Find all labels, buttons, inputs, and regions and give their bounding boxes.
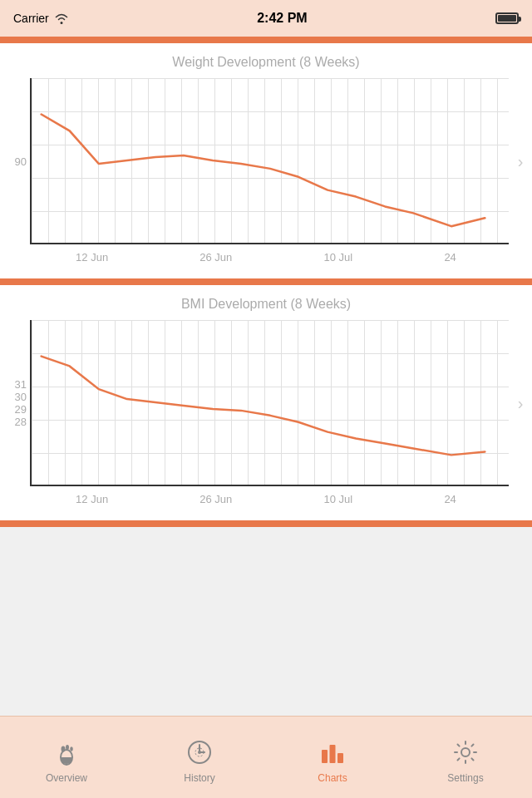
bmi-chart-chevron[interactable]: ›: [509, 394, 532, 413]
bmi-chart-svg: [32, 320, 509, 485]
status-left: Carrier: [13, 12, 69, 25]
svg-point-12: [461, 748, 470, 756]
weight-chart-svg: [32, 78, 509, 243]
svg-rect-10: [330, 745, 336, 763]
weight-date-3: 10 Jul: [324, 251, 353, 264]
weight-y-axis: 90: [0, 155, 30, 168]
charts-icon: [318, 737, 347, 767]
bottom-divider: [0, 520, 532, 527]
weight-chart-area[interactable]: [30, 78, 509, 244]
bmi-chart-title: BMI Development (8 Weeks): [0, 297, 532, 312]
weight-chart-title: Weight Development (8 Weeks): [0, 55, 532, 70]
overview-icon: [52, 737, 81, 767]
bmi-chart-wrapper: 31 30 29 28 ›: [0, 320, 532, 486]
status-bar: Carrier 2:42 PM: [0, 0, 532, 37]
middle-divider: [0, 278, 532, 285]
weight-chart-section: Weight Development (8 Weeks) 90 › 12 Jun…: [0, 43, 532, 278]
tab-bar: Overview History Charts: [0, 716, 532, 798]
bmi-y-axis: 31 30 29 28: [0, 378, 30, 428]
status-right: [495, 12, 519, 24]
svg-point-3: [70, 746, 73, 751]
tab-settings[interactable]: Settings: [399, 731, 532, 784]
charts-label: Charts: [318, 772, 347, 784]
tab-charts[interactable]: Charts: [266, 731, 399, 784]
weight-chart-chevron[interactable]: ›: [509, 152, 532, 171]
status-time: 2:42 PM: [257, 11, 307, 26]
bmi-date-4: 24: [444, 493, 456, 505]
weight-chart-wrapper: 90 ›: [0, 78, 532, 244]
weight-date-2: 26 Jun: [200, 251, 232, 264]
carrier-label: Carrier: [13, 12, 49, 25]
bmi-chart-dates: 12 Jun 26 Jun 10 Jul 24: [0, 486, 532, 514]
svg-point-2: [66, 745, 69, 750]
history-label: History: [184, 772, 214, 784]
bmi-chart-section: BMI Development (8 Weeks) 31 30 29 28 › …: [0, 285, 532, 520]
bmi-chart-area[interactable]: [30, 320, 509, 486]
tab-history[interactable]: History: [133, 731, 266, 784]
weight-date-1: 12 Jun: [76, 251, 108, 264]
weight-date-4: 24: [444, 251, 456, 264]
wifi-icon: [54, 12, 69, 24]
content-area: Weight Development (8 Weeks) 90 › 12 Jun…: [0, 37, 532, 716]
battery-icon: [495, 12, 519, 24]
overview-label: Overview: [46, 772, 87, 784]
settings-icon: [451, 737, 480, 767]
settings-label: Settings: [447, 772, 483, 784]
bmi-date-2: 26 Jun: [200, 493, 232, 505]
weight-chart-dates: 12 Jun 26 Jun 10 Jul 24: [0, 244, 532, 272]
svg-rect-9: [322, 750, 328, 763]
top-divider: [0, 37, 532, 43]
tab-overview[interactable]: Overview: [0, 731, 133, 784]
svg-rect-11: [337, 753, 343, 763]
bmi-date-1: 12 Jun: [76, 493, 108, 505]
svg-point-1: [62, 746, 66, 752]
bmi-date-3: 10 Jul: [324, 493, 353, 505]
history-icon: [185, 737, 214, 767]
